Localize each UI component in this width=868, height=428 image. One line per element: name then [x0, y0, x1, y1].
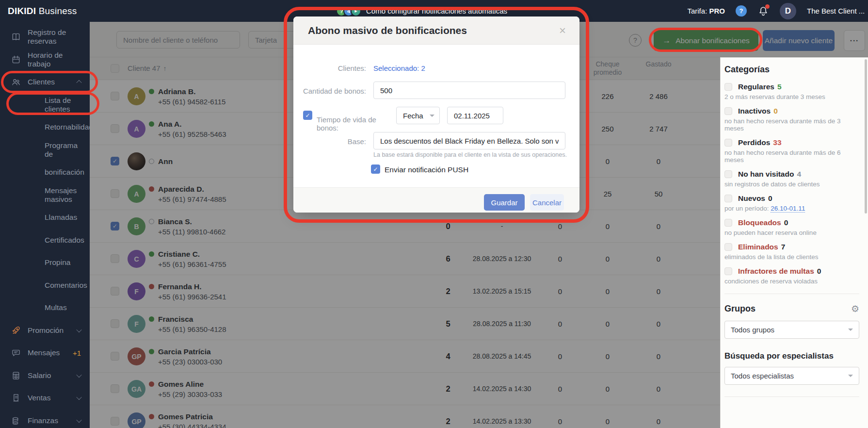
scrollbar-thumb[interactable]	[865, 59, 867, 214]
category-count: 0	[773, 107, 778, 115]
period-link[interactable]: 26.10-01.11	[771, 205, 805, 213]
category-toggle[interactable]: Inactivos 0	[724, 107, 859, 115]
chevron-down-icon	[430, 115, 434, 117]
account-avatar[interactable]: D	[780, 3, 796, 19]
specialists-select[interactable]: Todos especialistas	[724, 367, 859, 385]
category-toggle[interactable]: Nuevos 0	[724, 194, 859, 203]
salary-icon	[11, 370, 21, 381]
groups-heading: Grupos	[724, 304, 755, 314]
push-checkbox[interactable]	[371, 165, 380, 174]
sidebar-item[interactable]: bonificación	[0, 161, 90, 184]
sidebar-item[interactable]: Mensajes masivos	[0, 184, 90, 207]
category-toggle[interactable]: Regulares 5	[724, 82, 859, 91]
category-toggle[interactable]: Perdidos 33	[724, 138, 859, 147]
sidebar-item[interactable]: Lista de clientes	[0, 94, 90, 116]
schedule-icon	[11, 54, 21, 65]
category-count: 7	[781, 243, 786, 251]
finance-icon	[11, 415, 21, 426]
lifetime-type-value: Fecha	[403, 112, 423, 120]
brand-rest: Business	[36, 6, 77, 16]
category-description: no han hecho reserva durante más de 6 me…	[724, 149, 859, 164]
base-label: Base:	[293, 137, 366, 146]
category-description: 2 o más reservas durante 3 meses	[724, 93, 859, 100]
category-count: 4	[797, 170, 801, 179]
selected-clients-link[interactable]: Seleccionado: 2	[373, 64, 425, 72]
sidebar-item[interactable]: Clientes	[0, 71, 90, 94]
sidebar-item[interactable]: Retornabilidad	[0, 116, 90, 139]
sidebar-item-label: Programa de	[45, 141, 81, 159]
registry-icon	[11, 32, 21, 42]
lifetime-checkbox[interactable]	[303, 111, 312, 120]
lifetime-type-select[interactable]: Fecha	[396, 107, 440, 124]
sidebar-item[interactable]: Multas	[0, 296, 90, 319]
category-toggle[interactable]: Bloqueados 0	[724, 218, 859, 227]
promotion-icon	[11, 325, 21, 336]
specialists-select-value: Todos especialistas	[731, 372, 794, 380]
dikidi-app: DIKIDI Business ? 4 ▸ Cómo configurar no…	[0, 0, 868, 428]
category-item: Infractores de multas 0 condiciones de r…	[724, 267, 859, 285]
category-checkbox[interactable]	[724, 107, 732, 115]
sidebar-item[interactable]: Salario	[0, 364, 90, 387]
category-label: Bloqueados	[738, 218, 781, 227]
lifetime-label: Tiempo de vida de bonos:	[317, 115, 394, 132]
sidebar-item[interactable]: Finanzas	[0, 410, 90, 428]
chevron-down-icon	[848, 375, 853, 377]
category-toggle[interactable]: No han visitado 4	[724, 170, 859, 179]
divider	[724, 294, 859, 294]
clients-label: Clientes:	[293, 64, 366, 72]
lifetime-date-input[interactable]	[447, 107, 503, 124]
sidebar-item-label: Promoción	[28, 326, 64, 335]
tariff-prefix: Tarifa:	[687, 7, 707, 15]
close-icon[interactable]: ×	[559, 25, 566, 36]
sidebar-item-label: Multas	[45, 303, 67, 312]
category-checkbox[interactable]	[724, 243, 732, 251]
cancel-button[interactable]: Cancelar	[530, 194, 564, 211]
bonus-amount-label: Cantidad de bonos:	[293, 87, 366, 95]
save-button[interactable]: Guardar	[484, 194, 525, 211]
category-toggle[interactable]: Eliminados 7	[724, 243, 859, 251]
category-checkbox[interactable]	[724, 219, 732, 227]
sidebar-item-label: Registro de reservas	[28, 28, 81, 46]
sidebar-nav: Registro de reservas Horario de trabajo …	[0, 22, 90, 428]
sidebar-item[interactable]: Promoción	[0, 319, 90, 342]
push-label: Enviar notificación PUSH	[385, 165, 468, 174]
category-checkbox[interactable]	[724, 195, 732, 202]
notifications-bell-icon[interactable]	[757, 5, 769, 17]
base-input[interactable]	[373, 132, 565, 149]
help-icon[interactable]: ?	[736, 5, 747, 16]
category-toggle[interactable]: Infractores de multas 0	[724, 267, 859, 276]
sidebar-item[interactable]: Comentarios	[0, 274, 90, 297]
category-checkbox[interactable]	[724, 139, 732, 147]
gear-icon[interactable]: ⚙	[851, 304, 859, 313]
category-description: eliminados de la lista de clientes	[724, 253, 859, 261]
account-name[interactable]: The Best Client ...	[807, 7, 860, 15]
category-count: 33	[773, 138, 781, 147]
sidebar-item[interactable]: Programa de	[0, 139, 90, 162]
sidebar-item-label: Finanzas	[28, 416, 58, 425]
category-description: por un período: 26.10-01.11	[724, 205, 859, 212]
category-checkbox[interactable]	[724, 267, 732, 275]
category-checkbox[interactable]	[724, 170, 732, 178]
sidebar-item-label: Ventas	[28, 394, 50, 402]
modal-title: Abono masivo de bonificaciones	[308, 25, 467, 36]
sidebar-item[interactable]: Propina	[0, 251, 90, 274]
category-item: Regulares 5 2 o más reservas durante 3 m…	[724, 82, 859, 100]
sidebar-item[interactable]: Horario de trabajo	[0, 49, 90, 71]
sidebar-item[interactable]: Mensajes +1	[0, 342, 90, 364]
category-count: 5	[777, 82, 782, 91]
sidebar-item[interactable]: Registro de reservas	[0, 26, 90, 49]
category-count: 0	[817, 267, 821, 276]
topbar-right: Tarifa: PRO ? D The Best Client ...	[687, 0, 860, 22]
sidebar-item[interactable]: Certificados	[0, 229, 90, 252]
chevron-down-icon	[76, 327, 81, 332]
category-label: Inactivos	[738, 107, 771, 115]
bonus-amount-input[interactable]	[373, 82, 565, 99]
groups-select[interactable]: Todos grupos	[724, 321, 859, 339]
tariff-label: Tarifa: PRO	[687, 7, 725, 15]
sidebar-item[interactable]: Llamadas	[0, 206, 90, 229]
sidebar-item-label: Salario	[28, 371, 51, 380]
banner-link[interactable]: Cómo configurar notificaciones automátic…	[366, 7, 507, 15]
category-label: Eliminados	[738, 243, 778, 251]
category-checkbox[interactable]	[724, 83, 732, 91]
sidebar-item[interactable]: Ventas	[0, 387, 90, 410]
